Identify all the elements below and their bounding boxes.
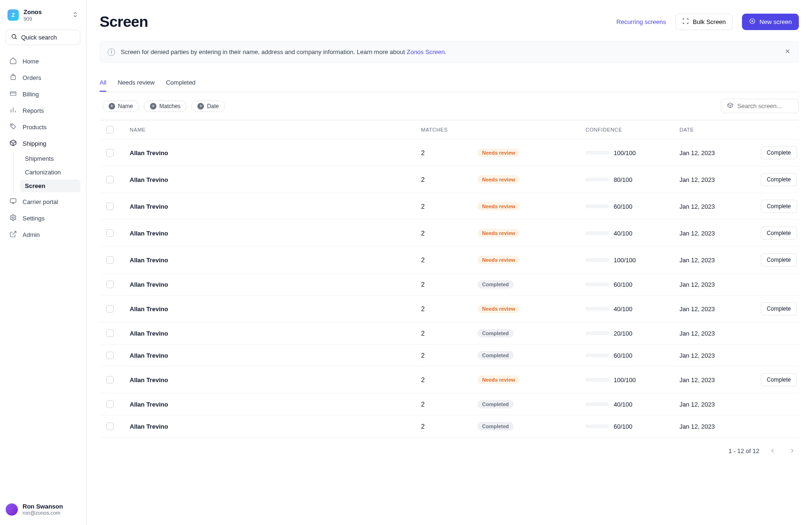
sidebar-item-home[interactable]: Home [6,54,80,69]
row-checkbox[interactable] [106,281,114,288]
recurring-screens-link[interactable]: Recurring screens [617,18,666,25]
table-row[interactable]: Allan Trevino2Completed40/100Jan 12, 202… [100,393,799,415]
search-screen[interactable] [721,99,799,113]
table-row[interactable]: Allan Trevino2Needs review40/100Jan 12, … [100,220,799,247]
sidebar-item-label: Shipments [25,155,54,162]
row-name: Allan Trevino [122,330,414,337]
sidebar-sub-cartonization[interactable]: Cartonization [20,166,80,179]
sidebar-item-label: Home [23,58,39,65]
col-date: DATE [672,127,742,133]
table-row[interactable]: Allan Trevino2Needs review100/100Jan 12,… [100,140,799,166]
user-menu[interactable]: Ron Swanson ron@zonos.com [6,499,80,519]
row-checkbox[interactable] [106,229,114,237]
table-row[interactable]: Allan Trevino2Needs review60/100Jan 12, … [100,193,799,220]
sidebar-item-label: Settings [23,215,45,222]
complete-button[interactable]: Complete [761,173,797,186]
row-confidence: 40/100 [578,306,672,313]
user-name: Ron Swanson [23,503,63,510]
row-checkbox[interactable] [106,203,114,210]
row-checkbox[interactable] [106,400,114,408]
table-row[interactable]: Allan Trevino2Needs review100/100Jan 12,… [100,367,799,393]
avatar [6,503,18,516]
filter-chip-matches[interactable]: +Matches [144,101,187,112]
tab-all[interactable]: All [100,74,106,92]
filter-chip-date[interactable]: +Date [191,101,225,112]
table-row[interactable]: Allan Trevino2Needs review100/100Jan 12,… [100,247,799,274]
table-row[interactable]: Allan Trevino2Completed60/100Jan 12, 202… [100,345,799,367]
row-checkbox[interactable] [106,423,114,430]
sidebar-item-admin[interactable]: Admin [6,227,80,243]
tab-completed[interactable]: Completed [166,74,195,92]
row-name: Allan Trevino [122,176,414,183]
new-screen-button[interactable]: New screen [742,14,799,30]
svg-rect-4 [10,198,16,202]
row-checkbox[interactable] [106,376,114,384]
bulk-screen-button[interactable]: Bulk Screen [675,14,733,30]
col-name: NAME [122,127,414,133]
complete-button[interactable]: Complete [761,302,797,315]
chip-label: Matches [159,103,180,110]
sidebar-item-billing[interactable]: Billing [6,86,80,102]
sidebar-item-orders[interactable]: Orders [6,70,80,86]
row-date: Jan 12, 2023 [672,401,742,408]
complete-button[interactable]: Complete [761,146,797,159]
banner-link[interactable]: Zonos Screen [406,48,445,55]
row-matches: 2 [414,329,470,337]
next-page-button[interactable] [786,444,799,457]
col-confidence: CONFIDENCE [578,127,672,133]
sidebar-item-shipping[interactable]: Shipping [6,136,80,151]
scan-icon [682,18,689,26]
row-matches: 2 [414,229,470,237]
row-confidence: 80/100 [578,176,672,183]
close-icon[interactable] [784,48,791,56]
filter-chip-name[interactable]: +Name [102,101,139,112]
sidebar-item-products[interactable]: Products [6,119,80,135]
row-matches: 2 [414,305,470,313]
sidebar-item-settings[interactable]: Settings [6,211,80,226]
row-name: Allan Trevino [122,149,414,157]
external-icon [9,230,17,239]
search-input[interactable] [737,102,793,110]
row-checkbox[interactable] [106,149,114,157]
table-row[interactable]: Allan Trevino2Completed60/100Jan 12, 202… [100,274,799,296]
select-all-checkbox[interactable] [106,126,114,133]
complete-button[interactable]: Complete [761,200,797,213]
row-date: Jan 12, 2023 [672,352,742,359]
row-name: Allan Trevino [122,230,414,237]
org-id: 909 [23,16,42,22]
table-row[interactable]: Allan Trevino2Completed20/100Jan 12, 202… [100,322,799,345]
plus-icon: + [109,103,115,110]
row-date: Jan 12, 2023 [672,176,742,183]
row-name: Allan Trevino [122,281,414,288]
sidebar-sub-screen[interactable]: Screen [20,180,80,192]
table-row[interactable]: Allan Trevino2Needs review40/100Jan 12, … [100,296,799,322]
row-checkbox[interactable] [106,256,114,264]
table-row[interactable]: Allan Trevino2Needs review80/100Jan 12, … [100,166,799,193]
row-matches: 2 [414,400,470,408]
row-confidence: 60/100 [578,352,672,359]
quick-search[interactable]: Quick search [6,30,80,45]
sidebar-item-label: Cartonization [25,169,61,176]
search-icon [11,33,17,41]
row-checkbox[interactable] [106,352,114,359]
sidebar-sub-shipments[interactable]: Shipments [20,152,80,165]
tab-needs-review[interactable]: Needs review [117,74,155,92]
row-checkbox[interactable] [106,305,114,313]
bulk-screen-label: Bulk Screen [693,18,726,25]
sidebar-item-reports[interactable]: Reports [6,103,80,118]
org-selector[interactable]: Z Zonos 909 [6,6,80,25]
complete-button[interactable]: Complete [761,373,797,386]
quick-search-placeholder: Quick search [21,34,57,41]
row-checkbox[interactable] [106,176,114,183]
complete-button[interactable]: Complete [761,253,797,266]
sidebar-item-carrier-portal[interactable]: Carrier portal [6,194,80,210]
row-matches: 2 [414,376,470,384]
status-badge: Needs review [477,149,520,157]
complete-button[interactable]: Complete [761,227,797,240]
prev-page-button[interactable] [766,444,779,457]
row-checkbox[interactable] [106,329,114,337]
sidebar-item-label: Shipping [23,140,47,147]
row-name: Allan Trevino [122,203,414,210]
status-badge: Completed [477,329,514,337]
table-row[interactable]: Allan Trevino2Completed60/100Jan 12, 202… [100,415,799,438]
